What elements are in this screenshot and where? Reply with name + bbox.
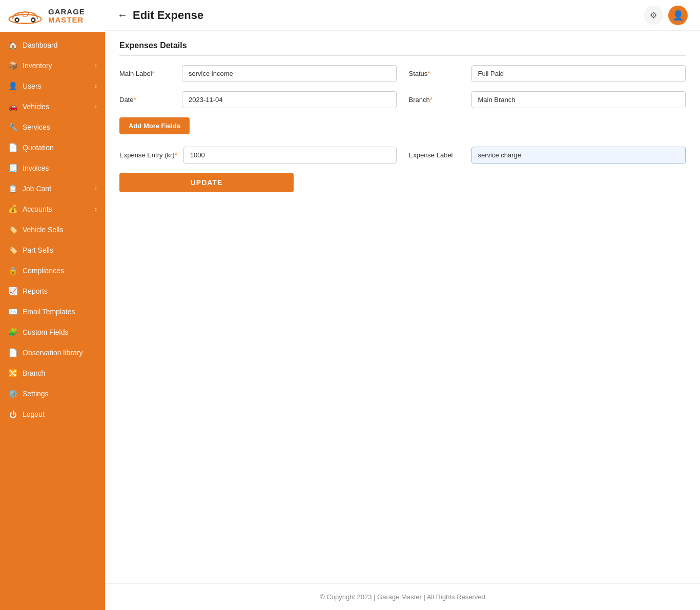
vehicle-sells-icon: 🏷️ [8,225,17,234]
expense-entry-input[interactable] [183,147,397,164]
sidebar-item-dashboard[interactable]: 🏠 Dashboard [0,35,105,55]
email-templates-icon: ✉️ [8,307,17,316]
sidebar-nav: 🏠 Dashboard 📦 Inventory › 👤 Users › 🚗 Ve… [0,32,105,610]
sidebar-item-invoices[interactable]: 🧾 Invoices [0,158,105,178]
status-input[interactable] [471,65,686,82]
nav-item-left-email-templates: ✉️ Email Templates [8,307,75,316]
sidebar-item-email-templates[interactable]: ✉️ Email Templates [0,301,105,322]
sidebar-label-users: Users [23,82,42,90]
quotation-icon: 📄 [8,143,17,152]
nav-item-left-observation-library: 📄 Observation library [8,348,83,357]
expense-label-group: Expense Label [409,147,686,164]
branch-label: Branch* [409,96,465,104]
date-input[interactable] [182,91,397,108]
chevron-icon-inventory: › [95,62,97,69]
dashboard-icon: 🏠 [8,40,17,50]
user-icon-button[interactable]: 👤 [668,6,688,25]
status-group: Status* [409,65,686,82]
logo-text: GARAGE MASTER [48,8,85,25]
sidebar-label-branch: Branch [23,369,45,377]
sidebar-label-custom-fields: Custom Fields [23,328,68,336]
chevron-icon-users: › [95,83,97,90]
logout-icon: ⏻ [8,410,17,419]
main-label-group: Main Label* [119,65,397,82]
sidebar-item-vehicle-sells[interactable]: 🏷️ Vehicle Sells [0,219,105,240]
update-row: UPDATE [119,173,686,192]
date-group: Date* [119,91,397,108]
sidebar-label-reports: Reports [23,287,48,295]
form-area: Expenses Details Main Label* Status* Dat… [105,31,700,583]
nav-item-left-dashboard: 🏠 Dashboard [8,40,58,50]
logo-garage-label: GARAGE [48,8,85,16]
expense-entry-label: Expense Entry (kr)* [119,151,177,159]
sidebar-item-users[interactable]: 👤 Users › [0,76,105,96]
sidebar-item-reports[interactable]: 📈 Reports [0,281,105,301]
nav-item-left-branch: 🔀 Branch [8,369,45,378]
main-label-input[interactable] [182,65,397,82]
services-icon: 🔧 [8,123,17,132]
sidebar-label-vehicles: Vehicles [23,103,49,111]
nav-item-left-logout: ⏻ Logout [8,410,45,419]
main-content: ← Edit Expense ⚙ 👤 Expenses Details Main… [105,0,700,610]
sidebar-item-services[interactable]: 🔧 Services [0,117,105,137]
nav-item-left-services: 🔧 Services [8,123,50,132]
sidebar-item-branch[interactable]: 🔀 Branch [0,363,105,383]
main-label-label: Main Label* [119,70,176,77]
back-button[interactable]: ← [117,9,128,21]
sidebar-label-inventory: Inventory [23,62,52,70]
observation-library-icon: 📄 [8,348,17,357]
sidebar-item-quotation[interactable]: 📄 Quotation [0,137,105,158]
sidebar-label-email-templates: Email Templates [23,308,75,316]
sidebar-label-quotation: Quotation [23,144,54,152]
sidebar-label-invoices: Invoices [23,164,49,172]
svg-point-2 [16,19,18,21]
sidebar-item-settings[interactable]: ⚙️ Settings [0,383,105,404]
expense-label-input[interactable] [471,147,686,164]
settings-icon-button[interactable]: ⚙ [644,6,663,25]
section-title: Expenses Details [119,41,686,56]
chevron-icon-accounts: › [95,206,97,213]
topbar: ← Edit Expense ⚙ 👤 [105,0,700,31]
footer: © Copyright 2023 | Garage Master | All R… [105,583,700,610]
chevron-icon-vehicles: › [95,103,97,110]
sidebar-item-inventory[interactable]: 📦 Inventory › [0,55,105,76]
logo-area: GARAGE MASTER [0,0,105,32]
compliances-icon: 🔒 [8,266,17,275]
sidebar-item-accounts[interactable]: 💰 Accounts › [0,199,105,219]
nav-item-left-quotation: 📄 Quotation [8,143,54,152]
expense-entry-group: Expense Entry (kr)* [119,147,397,164]
topbar-right: ⚙ 👤 [644,6,688,25]
sidebar-item-part-sells[interactable]: 🏷️ Part Sells [0,240,105,260]
sidebar-label-observation-library: Observation library [23,349,83,357]
nav-item-left-job-card: 📋 Job Card [8,184,52,193]
date-label: Date* [119,96,176,104]
nav-item-left-vehicle-sells: 🏷️ Vehicle Sells [8,225,63,234]
sidebar-label-job-card: Job Card [23,185,52,193]
add-more-fields-button[interactable]: Add More Fields [119,117,190,134]
branch-group: Branch* [409,91,686,108]
sidebar-item-logout[interactable]: ⏻ Logout [0,404,105,424]
sidebar-item-custom-fields[interactable]: 🧩 Custom Fields [0,322,105,342]
sidebar-item-job-card[interactable]: 📋 Job Card › [0,178,105,199]
sidebar-item-observation-library[interactable]: 📄 Observation library [0,342,105,363]
sidebar-label-logout: Logout [23,410,45,418]
nav-item-left-part-sells: 🏷️ Part Sells [8,246,53,255]
sidebar-label-settings: Settings [23,390,49,398]
sidebar-item-vehicles[interactable]: 🚗 Vehicles › [0,96,105,117]
nav-item-left-reports: 📈 Reports [8,287,48,296]
accounts-icon: 💰 [8,205,17,214]
users-icon: 👤 [8,82,17,91]
part-sells-icon: 🏷️ [8,246,17,255]
branch-input[interactable] [471,91,686,108]
logo-car-icon [7,6,43,26]
update-button[interactable]: UPDATE [119,173,294,192]
sidebar-item-compliances[interactable]: 🔒 Compliances [0,260,105,281]
topbar-left: ← Edit Expense [117,9,203,22]
page-title: Edit Expense [133,9,203,22]
form-row-1: Main Label* Status* [119,65,686,82]
settings-icon: ⚙️ [8,389,17,398]
sidebar-label-vehicle-sells: Vehicle Sells [23,226,63,234]
sidebar-label-dashboard: Dashboard [23,41,58,49]
nav-item-left-vehicles: 🚗 Vehicles [8,102,49,111]
status-label: Status* [409,70,465,77]
